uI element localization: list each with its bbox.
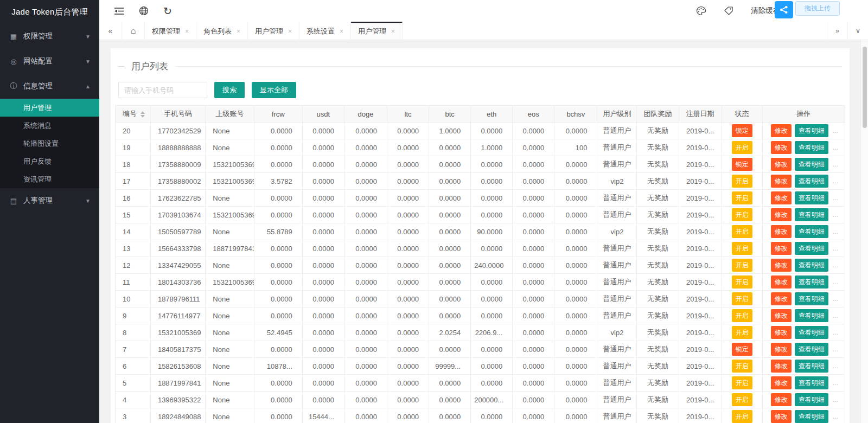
edit-button[interactable]: 修改 <box>771 360 792 373</box>
more-actions-icon[interactable]: ... <box>833 295 838 303</box>
status-toggle-button[interactable]: 开启 <box>732 360 752 373</box>
view-detail-button[interactable]: 查看明细 <box>795 242 828 255</box>
page-scrollbar[interactable] <box>860 40 868 423</box>
status-toggle-button[interactable]: 开启 <box>732 410 752 423</box>
more-actions-icon[interactable]: ... <box>833 278 838 286</box>
status-toggle-button[interactable]: 开启 <box>732 275 752 289</box>
tab-close-icon[interactable]: × <box>185 28 189 35</box>
edit-button[interactable]: 修改 <box>771 208 792 221</box>
sidebar-subitem-系统消息[interactable]: 系统消息 <box>0 117 99 134</box>
tabs-scroll-left-icon[interactable]: « <box>99 22 122 40</box>
status-toggle-button[interactable]: 开启 <box>732 175 752 188</box>
tab-close-icon[interactable]: × <box>288 28 292 35</box>
tab-系统设置[interactable]: 系统设置× <box>299 22 351 40</box>
more-actions-icon[interactable]: ... <box>833 312 838 319</box>
more-actions-icon[interactable]: ... <box>833 177 838 185</box>
view-detail-button[interactable]: 查看明细 <box>795 158 828 171</box>
view-detail-button[interactable]: 查看明细 <box>795 393 828 406</box>
sort-toggle-icon[interactable] <box>141 111 145 118</box>
more-actions-icon[interactable]: ... <box>833 396 838 403</box>
sidebar-subitem-用户反馈[interactable]: 用户反馈 <box>0 152 99 170</box>
status-toggle-button[interactable]: 开启 <box>732 141 752 154</box>
edit-button[interactable]: 修改 <box>771 259 792 272</box>
more-actions-icon[interactable]: ... <box>833 144 838 151</box>
tab-close-icon[interactable]: × <box>391 28 395 35</box>
status-toggle-button[interactable]: 开启 <box>732 292 752 305</box>
more-actions-icon[interactable]: ... <box>833 379 838 387</box>
share-upload-icon[interactable] <box>775 1 793 18</box>
more-actions-icon[interactable]: ... <box>833 362 838 370</box>
status-toggle-button[interactable]: 开启 <box>732 242 752 255</box>
tabs-scroll-right-icon[interactable]: » <box>827 22 847 40</box>
status-toggle-button[interactable]: 开启 <box>732 376 752 389</box>
status-toggle-button[interactable]: 开启 <box>732 326 752 339</box>
more-actions-icon[interactable]: ... <box>833 261 838 269</box>
tab-close-icon[interactable]: × <box>340 28 343 35</box>
edit-button[interactable]: 修改 <box>771 124 792 137</box>
tag-icon[interactable] <box>724 6 733 16</box>
tabs-more-icon[interactable]: ∨ <box>847 22 868 40</box>
view-detail-button[interactable]: 查看明细 <box>795 376 828 389</box>
edit-button[interactable]: 修改 <box>771 158 792 171</box>
phone-search-input[interactable] <box>118 82 207 98</box>
view-detail-button[interactable]: 查看明细 <box>795 292 828 305</box>
edit-button[interactable]: 修改 <box>771 410 792 423</box>
sidebar-item-信息管理[interactable]: ⓘ信息管理▲ <box>0 74 99 99</box>
scrollbar-thumb[interactable] <box>863 47 867 128</box>
view-detail-button[interactable]: 查看明细 <box>795 309 828 322</box>
sidebar-item-网站配置[interactable]: ◎网站配置▼ <box>0 49 99 74</box>
edit-button[interactable]: 修改 <box>771 175 792 188</box>
edit-button[interactable]: 修改 <box>771 393 792 406</box>
view-detail-button[interactable]: 查看明细 <box>795 191 828 204</box>
edit-button[interactable]: 修改 <box>771 376 792 389</box>
sidebar-subitem-轮播图设置[interactable]: 轮播图设置 <box>0 134 99 152</box>
search-button[interactable]: 搜索 <box>214 82 245 98</box>
tab-角色列表[interactable]: 角色列表× <box>196 22 248 40</box>
edit-button[interactable]: 修改 <box>771 292 792 305</box>
edit-button[interactable]: 修改 <box>771 191 792 204</box>
globe-icon[interactable] <box>139 6 149 16</box>
status-toggle-button[interactable]: 开启 <box>732 393 752 406</box>
view-detail-button[interactable]: 查看明细 <box>795 225 828 238</box>
status-toggle-button[interactable]: 开启 <box>732 259 752 272</box>
home-tab-icon[interactable]: ⌂ <box>122 22 145 40</box>
status-toggle-button[interactable]: 锁定 <box>732 124 752 137</box>
more-actions-icon[interactable]: ... <box>833 211 838 219</box>
collapse-menu-icon[interactable] <box>114 7 124 15</box>
view-detail-button[interactable]: 查看明细 <box>795 175 828 188</box>
tab-用户管理[interactable]: 用户管理× <box>248 22 299 40</box>
status-toggle-button[interactable]: 锁定 <box>732 158 752 171</box>
status-toggle-button[interactable]: 开启 <box>732 208 752 221</box>
view-detail-button[interactable]: 查看明细 <box>795 410 828 423</box>
status-toggle-button[interactable]: 开启 <box>732 191 752 204</box>
more-actions-icon[interactable]: ... <box>833 228 838 235</box>
more-actions-icon[interactable]: ... <box>833 413 838 420</box>
more-actions-icon[interactable]: ... <box>833 245 838 252</box>
view-detail-button[interactable]: 查看明细 <box>795 208 828 221</box>
edit-button[interactable]: 修改 <box>771 275 792 289</box>
view-detail-button[interactable]: 查看明细 <box>795 141 828 154</box>
view-detail-button[interactable]: 查看明细 <box>795 360 828 373</box>
more-actions-icon[interactable]: ... <box>833 161 838 168</box>
view-detail-button[interactable]: 查看明细 <box>795 275 828 289</box>
show-all-button[interactable]: 显示全部 <box>252 82 296 98</box>
edit-button[interactable]: 修改 <box>771 242 792 255</box>
tab-权限管理[interactable]: 权限管理× <box>145 22 196 40</box>
more-actions-icon[interactable]: ... <box>833 194 838 202</box>
palette-icon[interactable] <box>696 6 706 16</box>
status-toggle-button[interactable]: 开启 <box>732 225 752 238</box>
refresh-icon[interactable]: ↻ <box>163 6 172 16</box>
more-actions-icon[interactable]: ... <box>833 345 838 353</box>
more-actions-icon[interactable]: ... <box>833 127 838 134</box>
view-detail-button[interactable]: 查看明细 <box>795 124 828 137</box>
view-detail-button[interactable]: 查看明细 <box>795 343 828 356</box>
sidebar-item-人事管理[interactable]: ▤人事管理▼ <box>0 188 99 213</box>
status-toggle-button[interactable]: 锁定 <box>732 343 752 356</box>
edit-button[interactable]: 修改 <box>771 141 792 154</box>
edit-button[interactable]: 修改 <box>771 225 792 238</box>
edit-button[interactable]: 修改 <box>771 343 792 356</box>
more-actions-icon[interactable]: ... <box>833 329 838 336</box>
view-detail-button[interactable]: 查看明细 <box>795 259 828 272</box>
view-detail-button[interactable]: 查看明细 <box>795 326 828 339</box>
sidebar-subitem-用户管理[interactable]: 用户管理 <box>0 99 99 117</box>
